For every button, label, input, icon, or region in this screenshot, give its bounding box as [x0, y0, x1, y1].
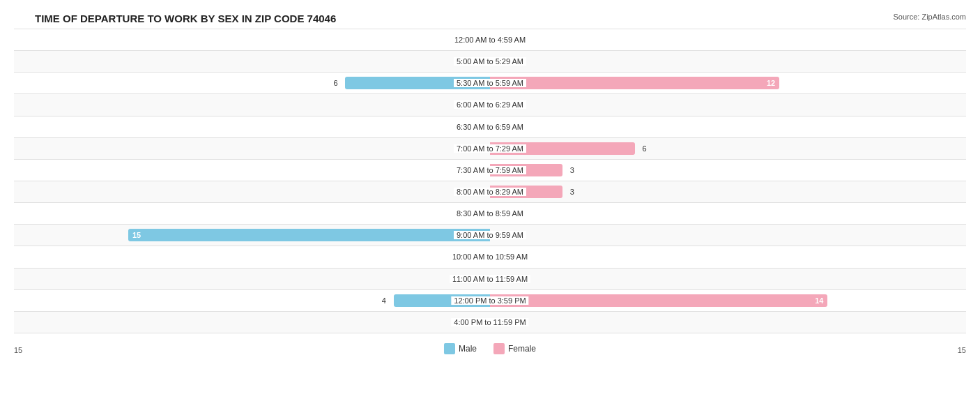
table-row: 11:00 AM to 11:59 AM00 [14, 268, 966, 289]
table-row: 12:00 AM to 4:59 AM00 [14, 29, 966, 50]
row-label: 6:30 AM to 6:59 AM [454, 123, 526, 131]
female-value-outside: 3 [567, 166, 574, 174]
chart-container: TIME OF DEPARTURE TO WORK BY SEX IN ZIP … [0, 0, 980, 415]
table-row: 8:00 AM to 8:29 AM03 [14, 181, 966, 202]
female-value-outside: 6 [639, 144, 646, 153]
row-label: 8:00 AM to 8:29 AM [454, 188, 526, 196]
male-swatch [444, 343, 455, 354]
female-label: Female [508, 344, 536, 354]
male-label: Male [459, 344, 477, 354]
axis-left: 15 [14, 346, 22, 354]
row-label: 7:30 AM to 7:59 AM [454, 166, 526, 174]
male-value-outside: 6 [333, 79, 340, 87]
female-value-outside: 3 [567, 188, 574, 196]
row-label: 12:00 PM to 3:59 PM [451, 296, 528, 305]
row-label: 6:00 AM to 6:29 AM [454, 100, 526, 109]
table-row: 7:30 AM to 7:59 AM03 [14, 159, 966, 181]
male-value-on-bar: 15 [132, 231, 141, 239]
chart-title: TIME OF DEPARTURE TO WORK BY SEX IN ZIP … [14, 13, 966, 24]
female-bar: 12 [490, 77, 779, 89]
table-row: 12:00 PM to 3:59 PM414 [14, 289, 966, 311]
female-value-on-bar: 12 [767, 79, 775, 87]
table-row: 8:30 AM to 8:59 AM00 [14, 202, 966, 224]
table-row: 9:00 AM to 9:59 AM150 [14, 224, 966, 246]
table-row: 6:00 AM to 6:29 AM00 [14, 93, 966, 115]
row-label: 9:00 AM to 9:59 AM [454, 231, 526, 239]
female-swatch [493, 343, 505, 354]
table-row: 5:00 AM to 5:29 AM00 [14, 50, 966, 72]
row-label: 5:30 AM to 5:59 AM [454, 79, 526, 87]
male-bar: 15 [128, 229, 490, 241]
row-label: 10:00 AM to 10:59 AM [450, 252, 530, 261]
axis-right: 15 [958, 346, 966, 354]
legend-female: Female [493, 343, 536, 354]
female-value-on-bar: 14 [815, 296, 823, 305]
row-label: 8:30 AM to 8:59 AM [454, 209, 526, 218]
male-value-outside: 4 [382, 296, 389, 305]
row-label: 7:00 AM to 7:29 AM [454, 144, 526, 153]
table-row: 10:00 AM to 10:59 AM00 [14, 246, 966, 267]
table-row: 4:00 PM to 11:59 PM00 [14, 311, 966, 333]
table-row: 7:00 AM to 7:29 AM06 [14, 137, 966, 159]
source-label: Source: ZipAtlas.com [893, 13, 966, 21]
legend: Male Female [444, 343, 536, 354]
table-row: 6:30 AM to 6:59 AM00 [14, 116, 966, 137]
row-label: 11:00 AM to 11:59 AM [450, 275, 530, 283]
table-row: 5:30 AM to 5:59 AM612 [14, 72, 966, 93]
chart-area: 12:00 AM to 4:59 AM005:00 AM to 5:29 AM0… [14, 29, 966, 354]
female-bar: 14 [490, 294, 827, 307]
rows-container: 12:00 AM to 4:59 AM005:00 AM to 5:29 AM0… [14, 29, 966, 333]
row-label: 5:00 AM to 5:29 AM [454, 57, 526, 66]
row-label: 4:00 PM to 11:59 PM [451, 318, 528, 326]
row-label: 12:00 AM to 4:59 AM [452, 36, 528, 44]
legend-male: Male [444, 343, 477, 354]
